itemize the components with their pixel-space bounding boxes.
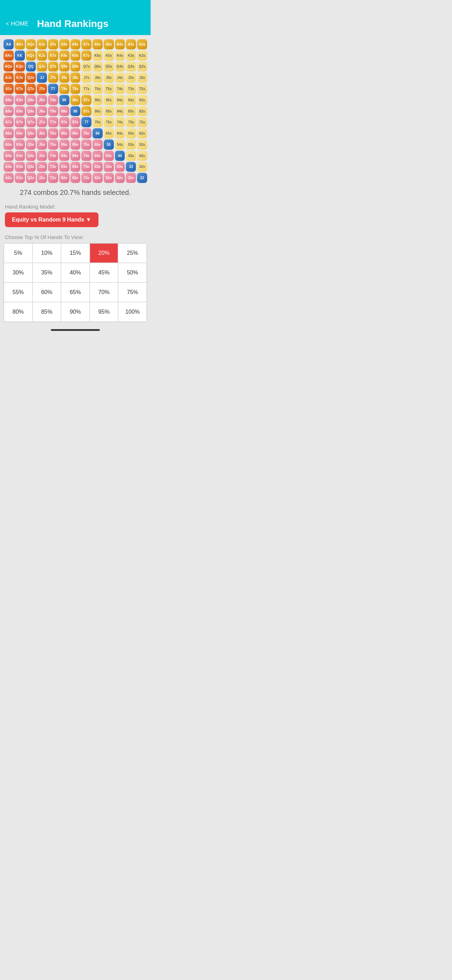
hand-cell[interactable]: 77 (81, 117, 91, 127)
pct-cell[interactable]: 80% (4, 302, 33, 322)
hand-cell[interactable]: Q6s (92, 62, 103, 72)
hand-cell[interactable]: A2s (137, 39, 147, 49)
pct-cell[interactable]: 55% (4, 283, 33, 302)
hand-cell[interactable]: K2o (15, 173, 25, 183)
hand-cell[interactable]: T5s (104, 84, 114, 94)
hand-cell[interactable]: 73o (81, 162, 91, 172)
hand-cell[interactable]: K6s (92, 51, 103, 60)
hand-cell[interactable]: J5o (37, 140, 47, 150)
pct-cell[interactable]: 25% (118, 243, 147, 263)
hand-cell[interactable]: KJo (15, 73, 25, 83)
hand-cell[interactable]: T8o (48, 106, 58, 116)
hand-cell[interactable]: A8o (3, 106, 14, 116)
hand-cell[interactable]: JTs (48, 73, 58, 83)
hand-cell[interactable]: J8o (37, 106, 47, 116)
hand-cell[interactable]: AJo (3, 73, 14, 83)
hand-cell[interactable]: T3s (126, 84, 136, 94)
hand-cell[interactable]: 94s (115, 95, 125, 105)
hand-cell[interactable]: 32s (137, 162, 147, 172)
hand-cell[interactable]: AKo (3, 51, 14, 60)
hand-cell[interactable]: Q6o (26, 128, 36, 138)
pct-cell[interactable]: 20% (90, 243, 118, 263)
hand-cell[interactable]: 64o (92, 151, 103, 161)
pct-cell[interactable]: 95% (90, 302, 118, 322)
hand-cell[interactable]: T6s (92, 84, 103, 94)
hand-cell[interactable]: TT (48, 84, 58, 94)
hand-cell[interactable]: 73s (126, 117, 136, 127)
hand-cell[interactable]: 32o (126, 173, 136, 183)
hand-cell[interactable]: Q8o (26, 106, 36, 116)
hand-cell[interactable]: 72o (81, 173, 91, 183)
hand-cell[interactable]: 98o (59, 106, 69, 116)
pct-cell[interactable]: 70% (90, 283, 118, 302)
hand-cell[interactable]: 86o (70, 128, 81, 138)
hand-cell[interactable]: J9o (37, 95, 47, 105)
home-button[interactable]: < HOME (6, 20, 29, 27)
hand-cell[interactable]: 99 (59, 95, 69, 105)
pct-cell[interactable]: 30% (4, 263, 33, 283)
hand-cell[interactable]: K4s (115, 51, 125, 60)
hand-cell[interactable]: 98s (70, 95, 81, 105)
hand-cell[interactable]: Q4o (26, 151, 36, 161)
hand-cell[interactable]: Q7s (81, 62, 91, 72)
hand-cell[interactable]: 88 (70, 106, 81, 116)
hand-cell[interactable]: KTs (48, 51, 58, 60)
hand-cell[interactable]: Q5o (26, 140, 36, 150)
hand-cell[interactable]: K2s (137, 51, 147, 60)
hand-cell[interactable]: A9s (59, 39, 69, 49)
hand-cell[interactable]: 63o (92, 162, 103, 172)
pct-cell[interactable]: 85% (33, 302, 61, 322)
pct-cell[interactable]: 60% (33, 283, 61, 302)
hand-cell[interactable]: 55 (104, 140, 114, 150)
hand-cell[interactable]: J5s (104, 73, 114, 83)
hand-cell[interactable]: T9s (59, 84, 69, 94)
hand-cell[interactable]: 65s (104, 128, 114, 138)
hand-cell[interactable]: AQo (3, 62, 14, 72)
hand-cell[interactable]: JTo (37, 84, 47, 94)
hand-cell[interactable]: A5s (104, 39, 114, 49)
hand-cell[interactable]: 87o (70, 117, 81, 127)
hand-cell[interactable]: ATs (48, 39, 58, 49)
hand-cell[interactable]: T8s (70, 84, 81, 94)
hand-cell[interactable]: AKs (15, 39, 25, 49)
hand-cell[interactable]: 43o (115, 162, 125, 172)
hand-cell[interactable]: 92o (59, 173, 69, 183)
hand-cell[interactable]: J3o (37, 162, 47, 172)
hand-cell[interactable]: 82s (137, 106, 147, 116)
hand-cell[interactable]: T5o (48, 140, 58, 150)
hand-cell[interactable]: 54s (115, 140, 125, 150)
hand-cell[interactable]: QTs (48, 62, 58, 72)
hand-cell[interactable]: 95o (59, 140, 69, 150)
hand-cell[interactable]: K7o (15, 117, 25, 127)
hand-cell[interactable]: QQ (26, 62, 36, 72)
hand-cell[interactable]: JJ (37, 73, 47, 83)
hand-cell[interactable]: KQs (26, 51, 36, 60)
hand-cell[interactable]: QTo (26, 84, 36, 94)
hand-cell[interactable]: Q3s (126, 62, 136, 72)
hand-cell[interactable]: 84o (70, 151, 81, 161)
hand-cell[interactable]: A2o (3, 173, 14, 183)
hand-cell[interactable]: T2o (48, 173, 58, 183)
hand-cell[interactable]: A4s (115, 39, 125, 49)
hand-cell[interactable]: J7s (81, 73, 91, 83)
hand-cell[interactable]: 33 (126, 162, 136, 172)
hand-cell[interactable]: KK (15, 51, 25, 60)
hand-cell[interactable]: A9o (3, 95, 14, 105)
hand-cell[interactable]: 83o (70, 162, 81, 172)
hand-cell[interactable]: Q4s (115, 62, 125, 72)
hand-cell[interactable]: 93s (126, 95, 136, 105)
hand-cell[interactable]: J4o (37, 151, 47, 161)
hand-cell[interactable]: J6s (92, 73, 103, 83)
hand-cell[interactable]: A5o (3, 140, 14, 150)
hand-cell[interactable]: 54o (104, 151, 114, 161)
hand-cell[interactable]: ATo (3, 84, 14, 94)
hand-cell[interactable]: T7s (81, 84, 91, 94)
hand-cell[interactable]: A3o (3, 162, 14, 172)
hand-cell[interactable]: J7o (37, 117, 47, 127)
hand-cell[interactable]: Q3o (26, 162, 36, 172)
hand-cell[interactable]: 53s (126, 140, 136, 150)
hand-cell[interactable]: K5o (15, 140, 25, 150)
hand-cell[interactable]: T9o (48, 95, 58, 105)
hand-cell[interactable]: Q2o (26, 173, 36, 183)
pct-cell[interactable]: 40% (61, 263, 90, 283)
